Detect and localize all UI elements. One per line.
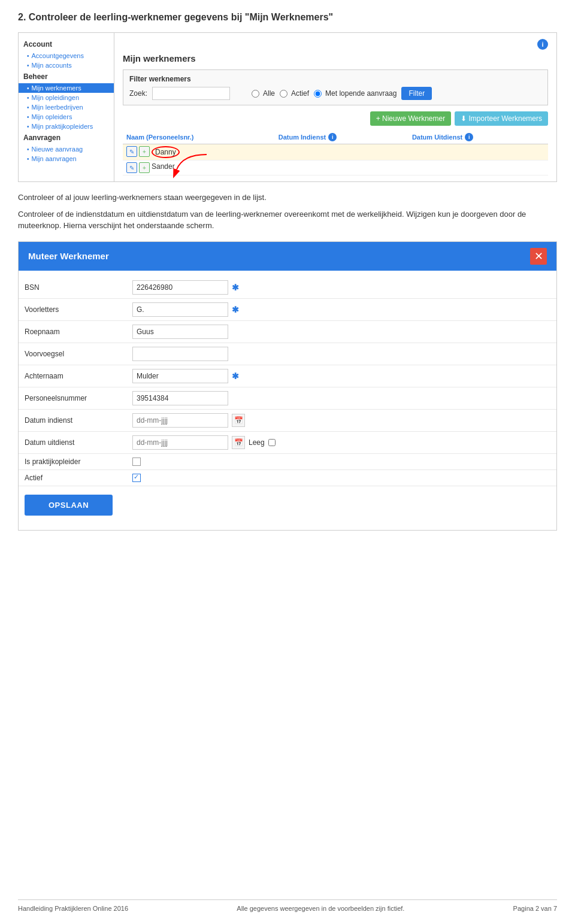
praktijkopleider-value [132,458,141,466]
add-icon-danny[interactable]: + [139,146,150,157]
page-heading: 2. Controleer de leerling-werknemer gege… [18,12,557,23]
form-row-achternaam: Achternaam ✱ [19,365,556,387]
form-row-bsn: BSN ✱ [19,277,556,299]
col-header-indienst: Datum Indienst i [275,131,408,144]
edit-icon-sander[interactable]: ✎ [126,162,137,173]
form-row-personeelsnummer: Personeelsnummer [19,387,556,410]
action-buttons-row: + Nieuwe Werknemer ⬇ Importeer Werknemer… [123,111,548,126]
filter-row: Zoek: Alle Actief Met lopende aanvraag [129,87,541,100]
uitdienst-info-icon[interactable]: i [465,133,473,141]
muteer-body: BSN ✱ Voorletters ✱ Roepnaam [19,271,556,530]
bsn-label: BSN [25,283,132,292]
voorvoegsel-value [132,347,228,361]
actief-label: Actief [25,474,132,482]
table-container: Naam (Personeelsnr.) Datum Indienst i [123,131,548,175]
achternaam-value: ✱ [132,369,239,383]
werknemers-table: Naam (Personeelsnr.) Datum Indienst i [123,131,548,175]
datum-indienst-calendar-icon[interactable]: 📅 [232,414,245,427]
sidebar-item-mijn-opleiders[interactable]: Mijn opleiders [19,112,114,122]
sidebar-beheer-title: Beheer [19,70,114,83]
filter-button[interactable]: Filter [401,87,432,100]
achternaam-label: Achternaam [25,372,132,380]
row-sander-indienst [275,160,408,175]
voorletters-input[interactable] [132,302,228,317]
sidebar-aanvragen-title: Aanvragen [19,131,114,144]
roepnaam-value [132,325,228,339]
body-text-2: Controleer of de indienstdatum en uitdie… [18,208,557,232]
achternaam-required: ✱ [232,371,239,381]
radio-actief[interactable]: Actief [280,89,309,98]
muteer-title: Muteer Werknemer [28,251,109,261]
voorletters-value: ✱ [132,302,239,317]
row-actions-sander: ✎ + Sander [126,162,271,173]
footer-left: Handleiding Praktijkleren Online 2016 [18,905,128,912]
row-danny-uitdienst [408,144,548,160]
voorvoegsel-label: Voorvoegsel [25,350,132,358]
voorvoegsel-input[interactable] [132,347,228,361]
sidebar-item-mijn-accounts[interactable]: Mijn accounts [19,60,114,70]
datum-indienst-value: 📅 [132,413,245,428]
praktijkopleider-checkbox[interactable] [132,458,141,466]
leeg-label: Leeg [249,438,276,447]
actief-checkbox[interactable] [132,474,141,482]
leeg-checkbox[interactable] [268,439,276,446]
search-label: Zoek: [129,89,147,98]
row-sander-name: ✎ + Sander [123,160,275,175]
body-text-1: Controleer of al jouw leerling-werknemer… [18,192,557,204]
personeelsnummer-value [132,391,228,405]
sidebar-item-mijn-opleidingen[interactable]: Mijn opleidingen [19,93,114,102]
voorletters-required: ✱ [232,305,239,314]
roepnaam-label: Roepnaam [25,328,132,336]
content-top-bar: i [123,39,548,50]
datum-uitdienst-input[interactable] [132,435,228,450]
praktijkopleider-label: Is praktijkopleider [25,458,132,466]
datum-uitdienst-calendar-icon[interactable]: 📅 [232,436,245,449]
achternaam-input[interactable] [132,369,228,383]
add-icon-sander[interactable]: + [139,162,150,173]
importeer-button[interactable]: ⬇ Importeer Werknemers [455,111,548,126]
footer-right: Pagina 2 van 7 [513,905,557,912]
sidebar-item-mijn-werknemers[interactable]: Mijn werknemers [19,83,114,93]
muteer-close-button[interactable]: ✕ [530,248,547,265]
search-input[interactable] [152,87,230,100]
personeelsnummer-label: Personeelsnummer [25,394,132,402]
form-row-praktijkopleider: Is praktijkopleider [19,454,556,470]
save-row: OPSLAAN [19,486,556,524]
actief-value [132,474,141,482]
sander-name: Sander [152,162,175,173]
voorletters-label: Voorletters [25,305,132,314]
personeelsnummer-input[interactable] [132,391,228,405]
table-row: ✎ + Sander [123,160,548,175]
sidebar-item-mijn-aanvragen[interactable]: Mijn aanvragen [19,154,114,163]
muteer-modal: Muteer Werknemer ✕ BSN ✱ Voorletters ✱ [18,241,557,531]
opslaan-button[interactable]: OPSLAAN [25,495,113,516]
info-icon-top[interactable]: i [537,39,548,50]
row-danny-indienst [275,144,408,160]
roepnaam-input[interactable] [132,325,228,339]
form-row-voorvoegsel: Voorvoegsel [19,343,556,365]
content-title: Mijn werknemers [123,53,548,63]
row-sander-uitdienst [408,160,548,175]
col-header-uitdienst: Datum Uitdienst i [408,131,548,144]
datum-indienst-input[interactable] [132,413,228,428]
footer-center: Alle gegevens weergegeven in de voorbeel… [128,905,513,912]
page-footer: Handleiding Praktijkleren Online 2016 Al… [18,899,557,912]
sidebar-item-mijn-praktijkopleiders[interactable]: Mijn praktijkopleiders [19,122,114,131]
sidebar-item-nieuwe-aanvraag[interactable]: Nieuwe aanvraag [19,144,114,154]
sidebar-item-accountgegevens[interactable]: Accountgegevens [19,51,114,60]
radio-lopend[interactable]: Met lopende aanvraag [314,89,397,98]
sidebar-account-title: Account [19,38,114,51]
datum-indienst-label: Datum indienst [25,416,132,425]
new-werknemer-button[interactable]: + Nieuwe Werknemer [370,111,452,126]
indienst-info-icon[interactable]: i [328,133,337,141]
form-row-voorletters: Voorletters ✱ [19,299,556,321]
danny-name: Danny [152,146,180,158]
bsn-input[interactable] [132,280,228,295]
radio-alle[interactable]: Alle [252,89,275,98]
datum-uitdienst-label: Datum uitdienst [25,438,132,447]
edit-icon-danny[interactable]: ✎ [126,146,137,157]
form-row-roepnaam: Roepnaam [19,321,556,343]
form-row-actief: Actief [19,470,556,486]
sidebar-item-mijn-leerbedrijven[interactable]: Mijn leerbedrijven [19,102,114,112]
col-header-naam: Naam (Personeelsnr.) [123,131,275,144]
